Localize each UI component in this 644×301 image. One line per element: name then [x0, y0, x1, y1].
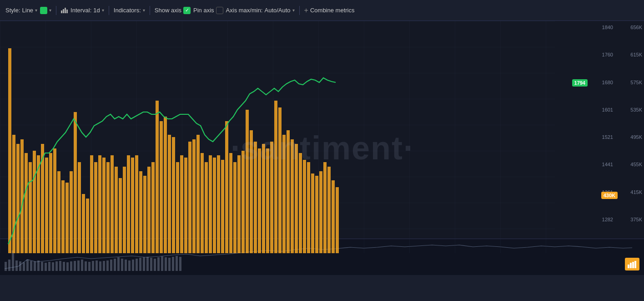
svg-rect-78	[323, 162, 327, 253]
svg-rect-92	[41, 262, 43, 271]
svg-rect-86	[19, 261, 21, 271]
combine-metrics-button[interactable]: + Combine metrics	[304, 6, 355, 15]
svg-rect-2	[12, 135, 15, 253]
svg-rect-52	[217, 155, 220, 253]
svg-rect-53	[221, 160, 224, 253]
show-axis-toggle[interactable]: Show axis ✓	[155, 7, 191, 14]
svg-rect-36	[151, 162, 155, 253]
mini-barchart-icon	[628, 260, 637, 268]
svg-rect-59	[246, 110, 249, 253]
svg-rect-104	[85, 261, 87, 271]
svg-rect-73	[303, 160, 306, 253]
svg-rect-109	[103, 261, 105, 271]
svg-rect-79	[327, 167, 331, 253]
svg-rect-102	[77, 260, 80, 271]
svg-rect-125	[161, 256, 163, 271]
svg-rect-83	[8, 260, 10, 271]
show-axis-label: Show axis	[155, 7, 181, 14]
axis-maxmin-value: Auto/Auto	[264, 7, 290, 14]
svg-rect-111	[110, 260, 112, 271]
indicators-dropdown[interactable]: Indicators: ▾	[114, 7, 145, 14]
svg-rect-6	[29, 162, 32, 253]
svg-rect-68	[282, 135, 286, 253]
svg-rect-30	[127, 155, 130, 253]
svg-rect-7	[33, 151, 36, 253]
svg-rect-91	[37, 260, 40, 271]
svg-rect-51	[213, 158, 216, 253]
pin-axis-toggle[interactable]: Pin axis	[193, 7, 223, 14]
bar-style-icon-group	[61, 8, 68, 13]
mini-chart-icon[interactable]	[625, 258, 639, 270]
style-label: Style:	[5, 7, 20, 14]
svg-rect-93	[45, 263, 47, 271]
svg-rect-33	[139, 171, 142, 253]
svg-rect-126	[165, 257, 167, 271]
show-axis-checkbox[interactable]: ✓	[183, 7, 191, 14]
svg-rect-70	[291, 139, 294, 253]
svg-rect-82	[5, 262, 7, 271]
svg-rect-77	[319, 171, 322, 253]
svg-rect-119	[139, 258, 141, 271]
axis-maxmin-label: Axis max/min:	[226, 7, 263, 14]
svg-rect-81	[336, 187, 339, 253]
svg-rect-115	[125, 260, 127, 271]
svg-rect-10	[45, 158, 48, 253]
axis-maxmin-dropdown[interactable]: Axis max/min: Auto/Auto ▾	[226, 7, 295, 14]
svg-rect-41	[172, 137, 175, 253]
svg-rect-130	[179, 257, 181, 271]
svg-rect-124	[157, 257, 160, 271]
svg-rect-112	[114, 259, 116, 271]
svg-rect-4	[20, 139, 24, 253]
svg-rect-90	[34, 261, 36, 271]
svg-rect-20	[86, 199, 89, 253]
svg-rect-24	[102, 158, 106, 253]
svg-rect-43	[180, 155, 183, 253]
combine-metrics-label: Combine metrics	[310, 7, 355, 14]
svg-rect-110	[106, 260, 109, 271]
svg-rect-106	[92, 261, 94, 271]
separator-1	[56, 6, 56, 15]
interval-value: 1d	[93, 7, 100, 14]
svg-rect-71	[295, 144, 298, 253]
interval-chevron-icon: ▾	[102, 8, 104, 13]
chart-container: ·santiment· 1840 1760 1680 1601 1521 144…	[0, 21, 644, 275]
svg-rect-118	[136, 259, 138, 271]
svg-rect-132	[630, 263, 632, 268]
svg-rect-94	[48, 262, 50, 271]
plus-icon: +	[304, 6, 308, 15]
svg-rect-17	[74, 112, 77, 253]
pin-axis-label: Pin axis	[193, 7, 214, 14]
svg-rect-100	[70, 261, 72, 271]
svg-rect-22	[94, 162, 97, 253]
svg-rect-89	[30, 261, 32, 271]
style-dropdown[interactable]: Style: Line ▾	[5, 7, 37, 14]
svg-rect-49	[205, 162, 208, 253]
svg-rect-27	[115, 167, 118, 253]
interval-dropdown[interactable]: Interval: 1d ▾	[70, 7, 104, 14]
svg-rect-12	[53, 148, 56, 253]
color-picker[interactable]: ▾	[40, 7, 51, 14]
svg-rect-44	[184, 158, 187, 253]
svg-rect-32	[135, 155, 138, 253]
svg-rect-58	[241, 151, 245, 253]
svg-rect-55	[229, 153, 232, 253]
svg-rect-57	[237, 155, 241, 253]
svg-rect-127	[168, 258, 171, 271]
svg-rect-123	[154, 259, 156, 271]
svg-rect-16	[70, 171, 73, 253]
separator-4	[299, 6, 300, 15]
svg-rect-25	[106, 162, 110, 253]
svg-rect-122	[150, 258, 152, 271]
svg-rect-107	[96, 260, 98, 271]
svg-rect-18	[78, 162, 81, 253]
svg-rect-96	[55, 261, 58, 271]
svg-rect-103	[81, 260, 83, 271]
style-chevron-icon: ▾	[35, 8, 37, 13]
svg-rect-63	[262, 144, 265, 253]
svg-rect-131	[628, 265, 629, 268]
svg-rect-50	[209, 155, 212, 253]
svg-rect-38	[160, 121, 163, 253]
svg-rect-46	[192, 139, 196, 253]
svg-rect-21	[90, 155, 93, 253]
pin-axis-checkbox[interactable]	[216, 7, 223, 14]
